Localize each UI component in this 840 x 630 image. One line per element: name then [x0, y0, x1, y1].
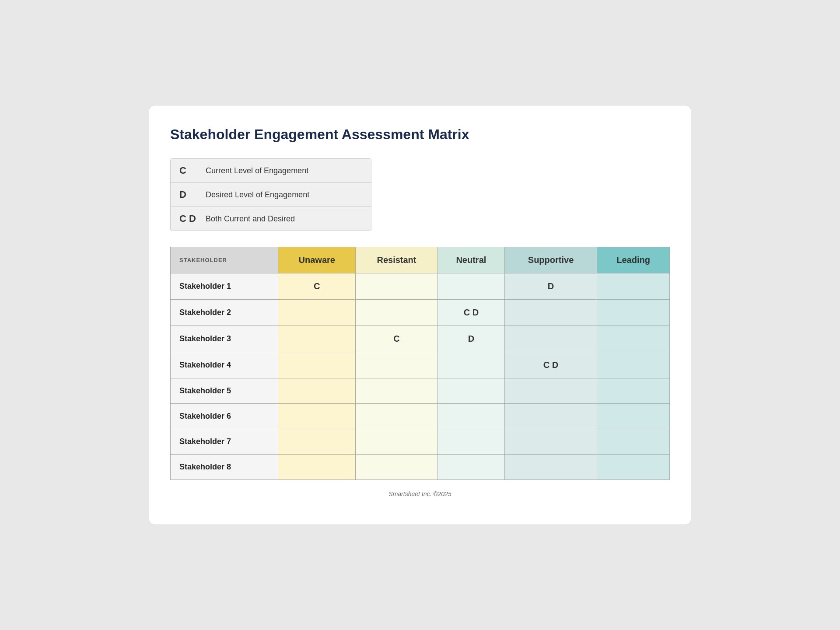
unaware-cell	[278, 429, 356, 455]
matrix-table: STAKEHOLDER Unaware Resistant Neutral Su…	[170, 247, 670, 480]
neutral-cell-content: C D	[464, 308, 479, 317]
supportive-cell: D	[504, 273, 597, 300]
unaware-cell	[278, 352, 356, 378]
resistant-cell	[356, 429, 438, 455]
table-row: Stakeholder 2C D	[171, 300, 670, 326]
table-row: Stakeholder 1CD	[171, 273, 670, 300]
header-neutral: Neutral	[438, 247, 504, 273]
unaware-cell	[278, 326, 356, 352]
table-row: Stakeholder 4C D	[171, 352, 670, 378]
leading-cell	[597, 404, 670, 429]
supportive-cell	[504, 326, 597, 352]
neutral-cell	[438, 378, 504, 404]
resistant-cell	[356, 273, 438, 300]
neutral-cell	[438, 404, 504, 429]
resistant-cell	[356, 352, 438, 378]
leading-cell	[597, 326, 670, 352]
legend-label-c: Current Level of Engagement	[206, 166, 308, 175]
legend-row-cd: C D Both Current and Desired	[171, 207, 371, 231]
header-resistant: Resistant	[356, 247, 438, 273]
unaware-cell	[278, 300, 356, 326]
unaware-cell	[278, 455, 356, 480]
neutral-cell	[438, 429, 504, 455]
leading-cell	[597, 300, 670, 326]
header-stakeholder: STAKEHOLDER	[171, 247, 278, 273]
neutral-cell: C D	[438, 300, 504, 326]
legend-label-cd: Both Current and Desired	[206, 214, 295, 224]
legend: C Current Level of Engagement D Desired …	[170, 158, 371, 231]
table-header-row: STAKEHOLDER Unaware Resistant Neutral Su…	[171, 247, 670, 273]
legend-label-d: Desired Level of Engagement	[206, 190, 309, 200]
header-unaware: Unaware	[278, 247, 356, 273]
legend-symbol-c: C	[179, 165, 206, 176]
table-row: Stakeholder 5	[171, 378, 670, 404]
stakeholder-name-cell: Stakeholder 5	[171, 378, 278, 404]
stakeholder-name-cell: Stakeholder 2	[171, 300, 278, 326]
stakeholder-name-cell: Stakeholder 3	[171, 326, 278, 352]
stakeholder-name-cell: Stakeholder 8	[171, 455, 278, 480]
supportive-cell-content: C D	[543, 360, 558, 370]
card: Stakeholder Engagement Assessment Matrix…	[149, 105, 691, 525]
unaware-cell-content: C	[314, 281, 320, 291]
header-supportive: Supportive	[504, 247, 597, 273]
stakeholder-name-cell: Stakeholder 7	[171, 429, 278, 455]
supportive-cell	[504, 404, 597, 429]
table-row: Stakeholder 7	[171, 429, 670, 455]
table-row: Stakeholder 8	[171, 455, 670, 480]
resistant-cell: C	[356, 326, 438, 352]
header-leading: Leading	[597, 247, 670, 273]
unaware-cell	[278, 378, 356, 404]
legend-row-c: C Current Level of Engagement	[171, 159, 371, 183]
resistant-cell-content: C	[393, 334, 399, 343]
legend-row-d: D Desired Level of Engagement	[171, 183, 371, 207]
unaware-cell: C	[278, 273, 356, 300]
supportive-cell	[504, 300, 597, 326]
stakeholder-name-cell: Stakeholder 4	[171, 352, 278, 378]
neutral-cell	[438, 455, 504, 480]
resistant-cell	[356, 300, 438, 326]
table-row: Stakeholder 3CD	[171, 326, 670, 352]
stakeholder-name-cell: Stakeholder 1	[171, 273, 278, 300]
table-row: Stakeholder 6	[171, 404, 670, 429]
neutral-cell-content: D	[468, 334, 474, 343]
supportive-cell: C D	[504, 352, 597, 378]
leading-cell	[597, 455, 670, 480]
leading-cell	[597, 378, 670, 404]
resistant-cell	[356, 455, 438, 480]
unaware-cell	[278, 404, 356, 429]
supportive-cell	[504, 455, 597, 480]
footer: Smartsheet Inc. ©2025	[170, 490, 670, 497]
stakeholder-name-cell: Stakeholder 6	[171, 404, 278, 429]
neutral-cell: D	[438, 326, 504, 352]
neutral-cell	[438, 273, 504, 300]
supportive-cell	[504, 378, 597, 404]
resistant-cell	[356, 378, 438, 404]
legend-symbol-d: D	[179, 189, 206, 200]
page-title: Stakeholder Engagement Assessment Matrix	[170, 126, 670, 143]
leading-cell	[597, 429, 670, 455]
leading-cell	[597, 273, 670, 300]
supportive-cell-content: D	[548, 281, 554, 291]
leading-cell	[597, 352, 670, 378]
resistant-cell	[356, 404, 438, 429]
supportive-cell	[504, 429, 597, 455]
neutral-cell	[438, 352, 504, 378]
legend-symbol-cd: C D	[179, 213, 206, 224]
